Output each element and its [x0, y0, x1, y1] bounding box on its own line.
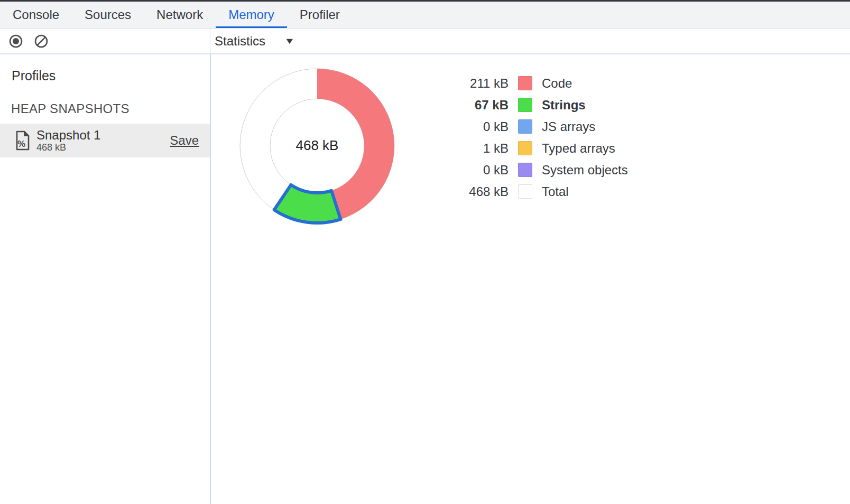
- legend-label: JS arrays: [542, 119, 595, 134]
- donut-inner-ring: [270, 99, 364, 193]
- clear-profiles-icon[interactable]: [34, 34, 49, 49]
- profiles-sidebar: Profiles HEAP SNAPSHOTS % Snapshot 1 468…: [0, 54, 211, 504]
- svg-text:%: %: [17, 139, 25, 149]
- panel-tab-bar: Console Sources Network Memory Profiler: [0, 2, 850, 29]
- snapshot-info: Snapshot 1 468 kB: [36, 128, 100, 153]
- tab-console[interactable]: Console: [0, 2, 72, 28]
- legend-label: Total: [542, 184, 569, 199]
- legend-size: 1 kB: [450, 141, 509, 156]
- legend-label: Strings: [542, 98, 586, 113]
- snapshot-title: Snapshot 1: [36, 128, 100, 142]
- devtools-memory-panel: Console Sources Network Memory Profiler …: [0, 0, 850, 504]
- legend-size: 211 kB: [450, 76, 509, 91]
- legend-swatch-icon: [518, 119, 532, 134]
- statistics-view: 468 kB 211 kBCode67 kBStrings0 kBJS arra…: [211, 54, 850, 504]
- tab-sources[interactable]: Sources: [72, 2, 144, 28]
- legend-row-total[interactable]: 468 kBTotal: [450, 181, 628, 202]
- heap-usage-donut-chart: 468 kB: [227, 56, 407, 236]
- legend-row-strings[interactable]: 67 kBStrings: [450, 94, 628, 116]
- perspective-select[interactable]: Statistics ▼: [215, 34, 294, 49]
- legend-label: Code: [542, 76, 572, 91]
- snapshot-size: 468 kB: [36, 142, 100, 153]
- legend-size: 468 kB: [450, 184, 509, 199]
- legend-label: Typed arrays: [542, 141, 615, 156]
- legend-swatch-icon: [518, 184, 532, 199]
- legend-swatch-icon: [518, 76, 532, 90]
- caret-down-icon: ▼: [284, 36, 295, 46]
- legend-swatch-icon: [518, 98, 532, 112]
- record-heap-snapshot-icon[interactable]: [8, 34, 23, 49]
- tab-network[interactable]: Network: [144, 2, 216, 28]
- tab-memory[interactable]: Memory: [216, 2, 287, 28]
- legend-label: System objects: [542, 163, 628, 178]
- legend-swatch-icon: [518, 163, 532, 177]
- chart-legend: 211 kBCode67 kBStrings0 kBJS arrays1 kBT…: [450, 72, 628, 202]
- perspective-selected-value: Statistics: [215, 34, 265, 49]
- legend-swatch-icon: [518, 141, 532, 155]
- legend-row-system-objects[interactable]: 0 kBSystem objects: [450, 159, 628, 181]
- tab-profiler[interactable]: Profiler: [287, 2, 353, 28]
- legend-row-typed-arrays[interactable]: 1 kBTyped arrays: [450, 137, 628, 159]
- profiles-heading: Profiles: [12, 68, 210, 83]
- snapshot-save-link[interactable]: Save: [170, 133, 199, 148]
- profile-actions-group: [0, 29, 210, 53]
- legend-size: 0 kB: [450, 163, 509, 178]
- memory-toolbar: Statistics ▼: [0, 29, 850, 54]
- heap-snapshots-section-heading: HEAP SNAPSHOTS: [11, 101, 210, 116]
- heap-snapshot-file-icon: %: [15, 130, 30, 151]
- snapshot-list-item[interactable]: % Snapshot 1 468 kB Save: [0, 124, 210, 157]
- panel-content: Profiles HEAP SNAPSHOTS % Snapshot 1 468…: [0, 54, 850, 504]
- legend-size: 0 kB: [450, 119, 509, 134]
- legend-row-code[interactable]: 211 kBCode: [450, 72, 628, 94]
- perspective-group: Statistics ▼: [210, 29, 294, 53]
- legend-row-js-arrays[interactable]: 0 kBJS arrays: [450, 116, 628, 137]
- legend-size: 67 kB: [450, 98, 509, 113]
